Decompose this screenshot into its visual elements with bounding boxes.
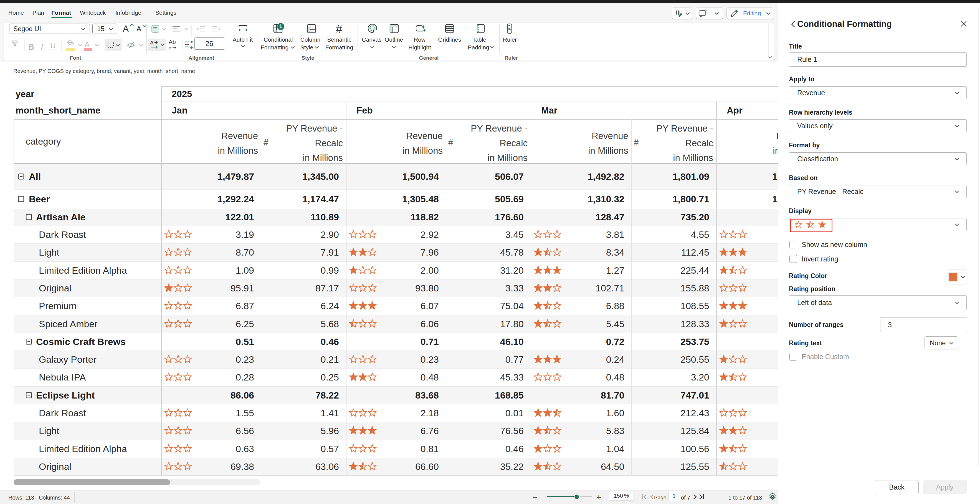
svg-text:c: c — [169, 45, 171, 51]
svg-text:Ab: Ab — [169, 39, 176, 45]
svg-text:A: A — [150, 40, 154, 46]
